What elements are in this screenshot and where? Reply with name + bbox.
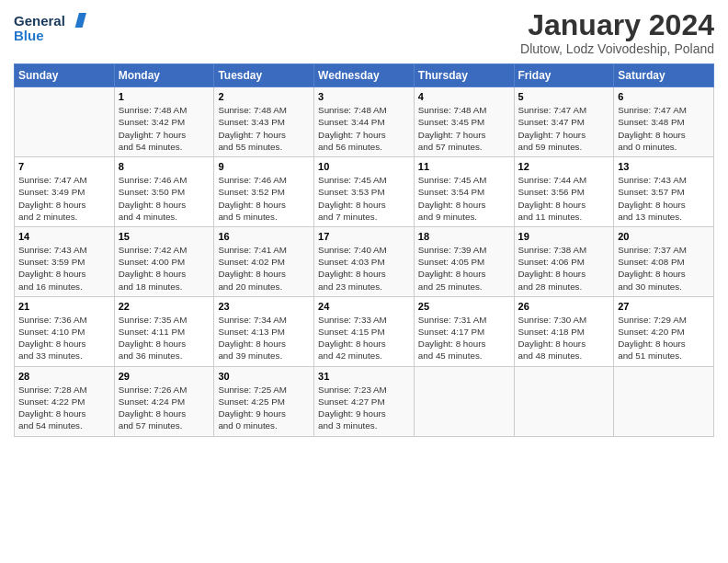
day-number: 23 (218, 301, 310, 312)
day-info: Sunrise: 7:48 AMSunset: 3:43 PMDaylight:… (218, 104, 310, 153)
day-number: 8 (119, 161, 210, 172)
day-info: Sunrise: 7:36 AMSunset: 4:10 PMDaylight:… (18, 314, 110, 362)
calendar-cell: 10Sunrise: 7:45 AMSunset: 3:53 PMDayligh… (314, 157, 415, 227)
day-info: Sunrise: 7:48 AMSunset: 3:42 PMDaylight:… (119, 104, 210, 153)
calendar-cell (514, 366, 614, 436)
calendar-cell: 23Sunrise: 7:34 AMSunset: 4:13 PMDayligh… (214, 296, 314, 366)
calendar-cell: 21Sunrise: 7:36 AMSunset: 4:10 PMDayligh… (15, 296, 115, 366)
calendar-cell: 14Sunrise: 7:43 AMSunset: 3:59 PMDayligh… (15, 226, 115, 296)
calendar-cell: 24Sunrise: 7:33 AMSunset: 4:15 PMDayligh… (314, 296, 415, 366)
col-header-sunday: Sunday (15, 64, 115, 87)
week-row-2: 7Sunrise: 7:47 AMSunset: 3:49 PMDaylight… (15, 157, 714, 227)
svg-text:Blue: Blue (14, 28, 44, 43)
day-info: Sunrise: 7:30 AMSunset: 4:18 PMDaylight:… (518, 314, 610, 362)
day-info: Sunrise: 7:45 AMSunset: 3:53 PMDaylight:… (318, 174, 410, 223)
day-info: Sunrise: 7:33 AMSunset: 4:15 PMDaylight:… (318, 314, 410, 362)
calendar-cell: 29Sunrise: 7:26 AMSunset: 4:24 PMDayligh… (114, 366, 214, 436)
calendar-cell: 4Sunrise: 7:48 AMSunset: 3:45 PMDaylight… (414, 87, 514, 157)
calendar-cell: 18Sunrise: 7:39 AMSunset: 4:05 PMDayligh… (414, 226, 514, 296)
day-number: 13 (618, 161, 710, 172)
title-block: January 2024 Dlutow, Lodz Voivodeship, P… (520, 9, 714, 56)
calendar-cell: 17Sunrise: 7:40 AMSunset: 4:03 PMDayligh… (314, 226, 415, 296)
calendar-cell (614, 366, 714, 436)
week-row-3: 14Sunrise: 7:43 AMSunset: 3:59 PMDayligh… (15, 226, 714, 296)
logo: General Blue (14, 9, 87, 48)
calendar-cell: 20Sunrise: 7:37 AMSunset: 4:08 PMDayligh… (614, 226, 714, 296)
day-number: 7 (18, 161, 110, 172)
day-number: 18 (418, 231, 510, 242)
svg-marker-2 (75, 13, 86, 28)
calendar-cell: 11Sunrise: 7:45 AMSunset: 3:54 PMDayligh… (414, 157, 514, 227)
day-info: Sunrise: 7:47 AMSunset: 3:47 PMDaylight:… (518, 104, 610, 153)
day-number: 26 (518, 301, 610, 312)
day-number: 21 (18, 301, 110, 312)
day-info: Sunrise: 7:44 AMSunset: 3:56 PMDaylight:… (518, 174, 610, 223)
day-number: 10 (318, 161, 410, 172)
day-info: Sunrise: 7:40 AMSunset: 4:03 PMDaylight:… (318, 244, 410, 293)
svg-text:General: General (14, 13, 65, 29)
calendar-cell: 8Sunrise: 7:46 AMSunset: 3:50 PMDaylight… (114, 157, 214, 227)
calendar-cell (414, 366, 514, 436)
calendar-table: SundayMondayTuesdayWednesdayThursdayFrid… (14, 63, 714, 436)
day-number: 29 (119, 371, 210, 382)
calendar-cell: 28Sunrise: 7:28 AMSunset: 4:22 PMDayligh… (15, 366, 115, 436)
day-number: 25 (418, 301, 510, 312)
day-number: 27 (618, 301, 710, 312)
day-info: Sunrise: 7:46 AMSunset: 3:52 PMDaylight:… (218, 174, 310, 223)
col-header-tuesday: Tuesday (214, 64, 314, 87)
day-info: Sunrise: 7:31 AMSunset: 4:17 PMDaylight:… (418, 314, 510, 362)
calendar-cell: 27Sunrise: 7:29 AMSunset: 4:20 PMDayligh… (614, 296, 714, 366)
calendar-cell: 9Sunrise: 7:46 AMSunset: 3:52 PMDaylight… (214, 157, 314, 227)
calendar-cell: 19Sunrise: 7:38 AMSunset: 4:06 PMDayligh… (514, 226, 614, 296)
day-info: Sunrise: 7:35 AMSunset: 4:11 PMDaylight:… (119, 314, 210, 362)
day-number: 22 (119, 301, 210, 312)
day-info: Sunrise: 7:26 AMSunset: 4:24 PMDaylight:… (119, 384, 210, 432)
calendar-cell: 6Sunrise: 7:47 AMSunset: 3:48 PMDaylight… (614, 87, 714, 157)
week-row-4: 21Sunrise: 7:36 AMSunset: 4:10 PMDayligh… (15, 296, 714, 366)
calendar-cell: 25Sunrise: 7:31 AMSunset: 4:17 PMDayligh… (414, 296, 514, 366)
day-info: Sunrise: 7:43 AMSunset: 3:59 PMDaylight:… (18, 244, 110, 293)
day-info: Sunrise: 7:37 AMSunset: 4:08 PMDaylight:… (618, 244, 710, 293)
col-header-friday: Friday (514, 64, 614, 87)
day-number: 14 (18, 231, 110, 242)
day-number: 3 (318, 91, 410, 102)
day-info: Sunrise: 7:23 AMSunset: 4:27 PMDaylight:… (318, 384, 410, 432)
calendar-cell: 2Sunrise: 7:48 AMSunset: 3:43 PMDaylight… (214, 87, 314, 157)
day-number: 9 (218, 161, 310, 172)
day-number: 31 (318, 371, 410, 382)
col-header-thursday: Thursday (414, 64, 514, 87)
day-number: 20 (618, 231, 710, 242)
day-number: 1 (119, 91, 210, 102)
day-number: 30 (218, 371, 310, 382)
col-header-wednesday: Wednesday (314, 64, 415, 87)
main-title: January 2024 (520, 9, 714, 41)
header-row: SundayMondayTuesdayWednesdayThursdayFrid… (15, 64, 714, 87)
day-info: Sunrise: 7:48 AMSunset: 3:45 PMDaylight:… (418, 104, 510, 153)
day-number: 2 (218, 91, 310, 102)
day-info: Sunrise: 7:46 AMSunset: 3:50 PMDaylight:… (119, 174, 210, 223)
calendar-cell: 1Sunrise: 7:48 AMSunset: 3:42 PMDaylight… (114, 87, 214, 157)
logo-svg: General Blue (14, 9, 87, 48)
day-number: 6 (618, 91, 710, 102)
calendar-cell: 12Sunrise: 7:44 AMSunset: 3:56 PMDayligh… (514, 157, 614, 227)
day-number: 24 (318, 301, 410, 312)
day-info: Sunrise: 7:34 AMSunset: 4:13 PMDaylight:… (218, 314, 310, 362)
week-row-1: 1Sunrise: 7:48 AMSunset: 3:42 PMDaylight… (15, 87, 714, 157)
day-info: Sunrise: 7:38 AMSunset: 4:06 PMDaylight:… (518, 244, 610, 293)
day-number: 16 (218, 231, 310, 242)
day-number: 4 (418, 91, 510, 102)
day-info: Sunrise: 7:47 AMSunset: 3:48 PMDaylight:… (618, 104, 710, 153)
week-row-5: 28Sunrise: 7:28 AMSunset: 4:22 PMDayligh… (15, 366, 714, 436)
day-info: Sunrise: 7:47 AMSunset: 3:49 PMDaylight:… (18, 174, 110, 223)
day-info: Sunrise: 7:29 AMSunset: 4:20 PMDaylight:… (618, 314, 710, 362)
calendar-cell: 5Sunrise: 7:47 AMSunset: 3:47 PMDaylight… (514, 87, 614, 157)
calendar-cell: 7Sunrise: 7:47 AMSunset: 3:49 PMDaylight… (15, 157, 115, 227)
day-info: Sunrise: 7:43 AMSunset: 3:57 PMDaylight:… (618, 174, 710, 223)
day-info: Sunrise: 7:25 AMSunset: 4:25 PMDaylight:… (218, 384, 310, 432)
day-number: 28 (18, 371, 110, 382)
day-info: Sunrise: 7:41 AMSunset: 4:02 PMDaylight:… (218, 244, 310, 293)
calendar-cell: 22Sunrise: 7:35 AMSunset: 4:11 PMDayligh… (114, 296, 214, 366)
col-header-monday: Monday (114, 64, 214, 87)
calendar-cell: 13Sunrise: 7:43 AMSunset: 3:57 PMDayligh… (614, 157, 714, 227)
day-number: 12 (518, 161, 610, 172)
